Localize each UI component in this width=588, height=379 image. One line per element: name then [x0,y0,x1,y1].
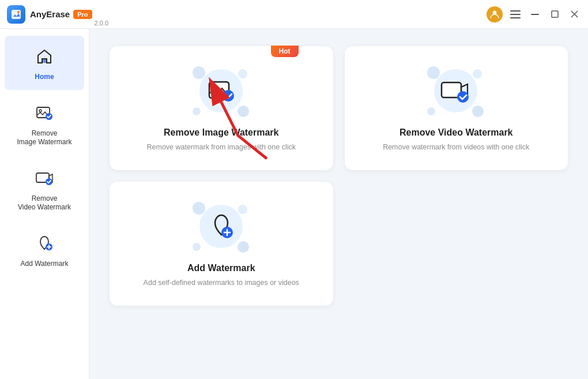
sidebar-item-remove-video[interactable]: RemoveVideo Watermark [5,157,84,220]
add-watermark-icon-area [32,231,57,256]
app-logo [7,5,25,24]
cards-grid: Hot [110,46,568,306]
hot-badge: Hot [271,46,299,57]
sidebar: Home RemoveImage Watermark [0,29,89,379]
blob-tr [238,69,247,78]
home-icon [35,47,54,66]
remove-video-card-icon [440,76,472,108]
sidebar-item-add-watermark[interactable]: Add Watermark [5,223,84,277]
svg-point-24 [457,91,469,103]
svg-rect-10 [43,59,46,63]
card-remove-image-title: Remove Image Watermark [164,127,279,138]
add-watermark-card-icon [206,212,236,244]
svg-rect-5 [510,17,521,18]
blob-tr-v [473,69,482,78]
remove-image-card-icon [206,76,236,108]
svg-rect-3 [510,10,521,12]
blob-br-v [472,106,484,117]
card-add-watermark-desc: Add self-defined watermarks to images or… [144,277,299,288]
blob-bl [193,107,201,115]
svg-rect-7 [552,11,558,17]
pro-badge: Pro [73,10,92,19]
card-remove-image[interactable]: Hot [110,46,333,170]
remove-video-icon-area [32,166,57,191]
sidebar-item-add-watermark-label: Add Watermark [21,260,69,269]
close-button[interactable] [567,7,581,21]
svg-rect-4 [510,14,521,15]
menu-button[interactable] [508,7,522,21]
minimize-button[interactable] [528,7,542,21]
blob-br [238,106,249,117]
home-icon-area [32,44,57,69]
sidebar-item-remove-image-label: RemoveImage Watermark [17,129,72,147]
blob-tl-aw [193,202,205,215]
card-icon-remove-video [427,66,485,118]
blob-tl [193,66,205,79]
main-layout: Home RemoveImage Watermark [0,29,588,379]
svg-point-12 [39,110,42,112]
svg-point-21 [223,90,234,102]
sidebar-item-remove-image[interactable]: RemoveImage Watermark [5,92,84,155]
card-remove-image-desc: Remove watermark from images with one cl… [147,142,296,153]
card-icon-remove-image [193,66,250,118]
window-controls [487,6,581,22]
content-area: Hot [89,29,588,379]
sidebar-item-home-label: Home [35,73,54,82]
remove-video-watermark-icon [35,169,54,187]
card-add-watermark[interactable]: Add Watermark Add self-defined watermark… [110,182,333,306]
add-watermark-icon [35,234,54,253]
remove-image-watermark-icon [35,104,54,122]
blob-bl-v [427,107,435,115]
card-add-watermark-title: Add Watermark [187,263,255,273]
sidebar-item-home[interactable]: Home [5,36,84,90]
card-icon-add-watermark [193,202,250,254]
sidebar-item-remove-video-label: RemoveVideo Watermark [18,194,71,212]
maximize-button[interactable] [548,7,561,21]
app-version: 2.0.0 [95,20,108,27]
app-name: AnyErase [30,9,70,19]
svg-point-1 [17,11,20,13]
blob-tr-aw [238,205,247,214]
blob-br-aw [238,241,249,253]
card-remove-video-desc: Remove watermark from videos with one cl… [383,142,529,153]
titlebar: AnyErase Pro 2.0.0 [0,0,588,29]
svg-rect-6 [531,14,539,15]
blob-bl-aw [193,243,201,251]
card-remove-video[interactable]: Remove Video Watermark Remove watermark … [345,46,568,170]
user-avatar[interactable] [487,6,503,22]
svg-rect-0 [12,10,21,19]
card-remove-video-title: Remove Video Watermark [399,127,513,138]
remove-image-icon-area [32,100,57,126]
